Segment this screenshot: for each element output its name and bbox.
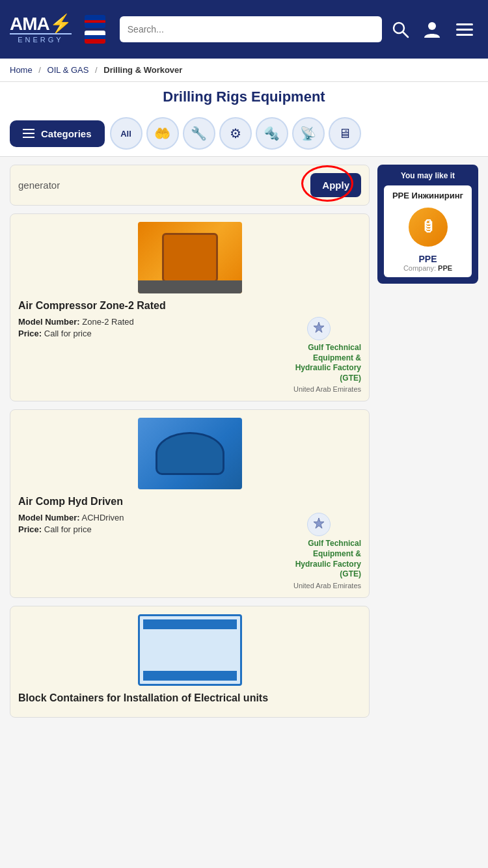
categories-bar: Categories All 🤲 🔧 ⚙ 🔩 📡 🖥 [0,111,488,157]
user-account-button[interactable] [418,16,446,43]
hamburger-menu-button[interactable] [451,18,478,41]
signal-icon: 📡 [300,126,316,141]
price-label-1: Price: [18,329,42,338]
company-short-name: PPE [438,264,452,272]
svg-point-2 [428,22,436,30]
product-price-1: Price: Call for price [18,329,270,338]
category-all[interactable]: All [110,117,142,150]
svg-line-1 [403,32,408,37]
supplier-logo-icon-1 [311,321,327,336]
header-search-input[interactable] [120,16,382,42]
header-search-area [120,16,478,43]
product-title-3[interactable]: Block Containers for Installation of Ele… [18,692,361,704]
menu-line-2 [456,29,473,31]
wrench-icon: 🔧 [191,126,207,141]
category-monitor[interactable]: 🖥 [329,117,361,150]
model-value-2: ACHDriven [82,513,124,522]
product-meta-2: Model Number: ACHDriven Price: Call for … [18,513,270,536]
flag-uk[interactable] [85,15,105,28]
supplier-country-1: United Arab Emirates [277,385,361,393]
product-model-1: Model Number: Zone-2 Rated [18,317,270,327]
category-icons-list: All 🤲 🔧 ⚙ 🔩 📡 🖥 [110,117,361,150]
price-value-2: Call for price [44,524,92,534]
product-model-2: Model Number: ACHDriven [18,513,270,522]
sidebar-title: You may like it [384,171,472,180]
breadcrumb: Home / OIL & GAS / Drilling & Workover [0,59,488,82]
price-label-2: Price: [18,524,42,534]
breadcrumb-sep-2: / [95,65,98,75]
menu-line-1 [456,23,473,25]
product-info-1: Model Number: Zone-2 Rated Price: Call f… [18,317,361,393]
company-ppe-label: PPE [389,254,467,264]
language-flags [85,15,105,44]
company-logo: 🛢 [405,204,451,250]
you-may-like-card: You may like it PPE Инжиниринг 🛢 PPE Com… [377,165,478,284]
product-title-2[interactable]: Air Comp Hyd Driven [18,496,361,508]
search-icon [391,20,409,38]
product-list: Apply Air Compressor Zone-2 Rated Model … [10,165,370,726]
logo-energy-text: ENERGY [10,33,72,44]
sidebar-company-card[interactable]: PPE Инжиниринг 🛢 PPE Company: PPE [384,185,472,277]
product-image-area-3 [18,614,361,686]
product-price-2: Price: Call for price [18,524,270,534]
apply-button-wrapper: Apply [310,173,361,197]
product-supplier-2: Gulf Technical Equipment & Hydraulic Fac… [277,513,361,589]
company-logo-symbol: 🛢 [421,219,435,236]
category-hands[interactable]: 🤲 [146,117,179,150]
all-label: All [120,129,131,139]
category-gear-hand[interactable]: ⚙ [219,117,252,150]
supplier-logo-icon-2 [311,517,327,532]
product-title-1[interactable]: Air Compressor Zone-2 Rated [18,300,361,312]
menu-line-3 [456,34,473,36]
product-card-2: Air Comp Hyd Driven Model Number: ACHDri… [10,409,370,597]
product-meta-1: Model Number: Zone-2 Rated Price: Call f… [18,317,270,340]
price-value-1: Call for price [44,329,92,338]
supplier-icon-2 [307,513,331,536]
monitor-icon: 🖥 [338,126,351,141]
breadcrumb-sep-1: / [38,65,41,75]
main-content: Apply Air Compressor Zone-2 Rated Model … [0,157,488,733]
sidebar-company-label: Company: PPE [389,264,467,272]
page-title: Drilling Rigs Equipment [0,82,488,111]
product-image-motor [138,418,242,489]
company-logo-circle: 🛢 [409,208,448,247]
model-label-2: Model Number: [18,513,80,522]
product-image-compressor [138,222,242,293]
supplier-country-2: United Arab Emirates [277,582,361,590]
supplier-name-1[interactable]: Gulf Technical Equipment & Hydraulic Fac… [277,343,361,383]
logo: AMA⚡ ENERGY [10,15,72,44]
product-search-box: Apply [10,165,370,206]
site-header: AMA⚡ ENERGY [0,0,488,59]
product-image-container [138,614,242,686]
logo-text: AMA⚡ [10,15,72,33]
breadcrumb-current: Drilling & Workover [103,65,182,75]
supplier-icon-1 [307,317,331,340]
product-image-area-2 [18,418,361,489]
supplier-name-2[interactable]: Gulf Technical Equipment & Hydraulic Fac… [277,539,361,579]
hands-icon: 🤲 [154,126,170,141]
product-info-2: Model Number: ACHDriven Price: Call for … [18,513,361,589]
categories-button[interactable]: Categories [10,120,105,147]
breadcrumb-oil-gas[interactable]: OIL & GAS [47,65,89,75]
lightning-icon: ⚡ [49,14,72,34]
product-image-area-1 [18,222,361,293]
apply-button[interactable]: Apply [310,173,361,197]
model-label-1: Model Number: [18,317,80,327]
product-supplier-1: Gulf Technical Equipment & Hydraulic Fac… [277,317,361,393]
categories-label: Categories [41,128,92,139]
product-search-input[interactable] [18,180,305,191]
flag-ru[interactable] [85,31,105,44]
gear-hand-icon: ⚙ [230,126,241,141]
sidebar-company-name: PPE Инжиниринг [389,191,467,200]
user-icon [422,20,442,39]
company-label-text: Company: [403,264,438,272]
header-search-button[interactable] [387,16,413,42]
product-card-3: Block Containers for Installation of Ele… [10,606,370,718]
product-card-1: Air Compressor Zone-2 Rated Model Number… [10,213,370,401]
category-cog-spin[interactable]: 🔩 [256,117,288,150]
cog-spin-icon: 🔩 [264,126,280,141]
hamburger-icon [23,129,34,138]
category-wrench[interactable]: 🔧 [183,117,215,150]
breadcrumb-home[interactable]: Home [10,65,33,75]
category-signal[interactable]: 📡 [292,117,325,150]
